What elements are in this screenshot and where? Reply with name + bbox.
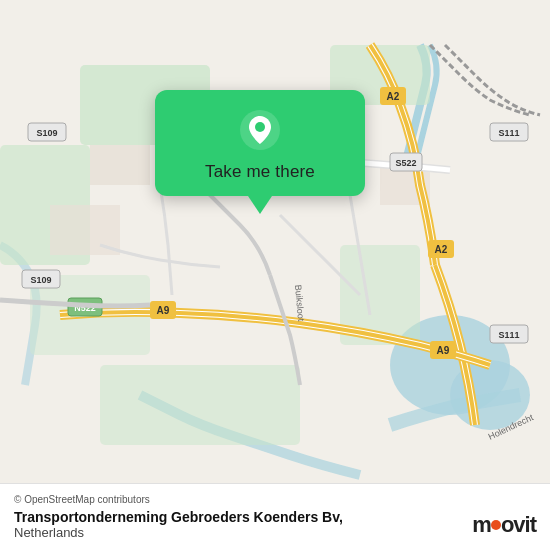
bottom-bar: © OpenStreetMap contributors Transporton… bbox=[0, 483, 550, 550]
moovit-logo: movit bbox=[472, 512, 536, 538]
svg-text:A2: A2 bbox=[435, 244, 448, 255]
map-popup[interactable]: Take me there bbox=[155, 90, 365, 196]
svg-rect-6 bbox=[100, 365, 300, 445]
svg-text:S109: S109 bbox=[36, 128, 57, 138]
svg-point-37 bbox=[255, 122, 265, 132]
svg-text:A2: A2 bbox=[387, 91, 400, 102]
location-pin-icon bbox=[238, 108, 282, 152]
map-background: A2 A2 S522 S109 S109 S111 S111 A9 bbox=[0, 0, 550, 550]
svg-rect-9 bbox=[90, 145, 150, 185]
map-container: A2 A2 S522 S109 S109 S111 S111 A9 bbox=[0, 0, 550, 550]
svg-text:A9: A9 bbox=[157, 305, 170, 316]
business-name: Transportonderneming Gebroeders Koenders… bbox=[14, 509, 536, 525]
svg-text:S111: S111 bbox=[498, 330, 519, 340]
osm-attribution: © OpenStreetMap contributors bbox=[14, 494, 536, 505]
svg-text:S109: S109 bbox=[30, 275, 51, 285]
svg-text:S111: S111 bbox=[498, 128, 519, 138]
business-country: Netherlands bbox=[14, 525, 536, 540]
svg-text:A9: A9 bbox=[437, 345, 450, 356]
svg-text:S522: S522 bbox=[395, 158, 416, 168]
moovit-dot bbox=[491, 520, 501, 530]
popup-label: Take me there bbox=[205, 162, 315, 182]
